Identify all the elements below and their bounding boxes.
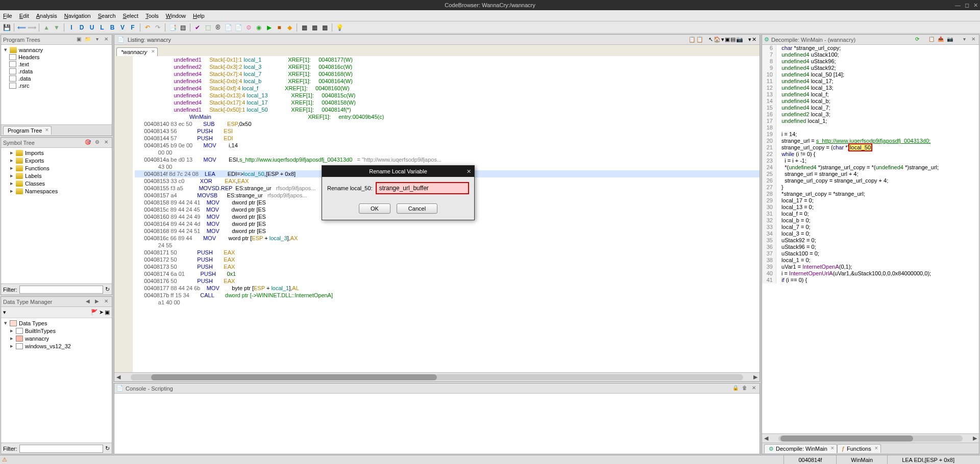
letter-d-icon[interactable]: D [77, 23, 86, 32]
group-icon[interactable]: ▤ [178, 23, 187, 32]
dropdown-icon[interactable]: ▾ [721, 36, 724, 43]
decompile-body[interactable]: 6 char *strange_url_copy;7 undefined4 uS… [762, 45, 979, 433]
play-icon[interactable]: ▶ [264, 23, 274, 32]
collapse-icon[interactable]: ▣ [75, 36, 82, 43]
folder-icon[interactable]: 📁 [84, 36, 91, 43]
goto-icon[interactable]: 🎯 [84, 139, 91, 146]
dropdown-icon[interactable]: ▾ [93, 36, 101, 43]
menu-edit[interactable]: Edit [19, 13, 29, 19]
listing-row[interactable]: 00408176 50 PUSH EAX [135, 277, 760, 285]
export-icon[interactable]: 📤 [937, 36, 944, 43]
decompile-line[interactable]: 21 strange_url_copy = (char *)local_50; [762, 144, 979, 151]
horizontal-scrollbar[interactable]: ◀ ▶ [114, 372, 760, 381]
decompile-line[interactable]: 32 local_b = 0; [762, 217, 979, 224]
fwd-icon[interactable]: ⟹ [27, 23, 36, 32]
decompile-line[interactable]: 36 uStack96 = 0; [762, 244, 979, 250]
cancel-button[interactable]: Cancel [397, 203, 437, 214]
snapshot-icon[interactable]: 📷 [946, 36, 953, 43]
tree-root[interactable]: ▾Data Types [2, 319, 111, 327]
close-icon[interactable]: ✕ [103, 36, 110, 43]
decompile-line[interactable]: 17 undefined local_1; [762, 118, 979, 124]
listing-row[interactable]: 0040816c 66 89 44 MOV word ptr [ESP + lo… [135, 235, 760, 242]
listing-row[interactable]: 00408168 89 44 24 51 MOV dword ptr [ES [135, 227, 760, 235]
decompile-line[interactable]: 30 local_13 = 0; [762, 204, 979, 211]
letter-v-icon[interactable]: V [118, 23, 127, 32]
clear-icon[interactable]: ↻ [105, 286, 110, 293]
filter-input[interactable] [19, 286, 104, 294]
decompile-line[interactable]: 23 i = i + -1; [762, 158, 979, 164]
menu-icon[interactable]: ▾ [748, 36, 751, 43]
register-icon[interactable]: ® [213, 23, 223, 32]
fwd-icon[interactable]: ▶ [93, 298, 101, 305]
decompile-line[interactable]: 14 undefined4 local_b; [762, 98, 979, 105]
decompile-line[interactable]: 13 undefined4 local_f; [762, 91, 979, 98]
listing-row[interactable]: 00 00 [135, 149, 760, 156]
copy-icon[interactable]: 📋 [689, 36, 696, 43]
decompile-line[interactable]: 41 if (i == 0) { [762, 277, 979, 283]
back-icon[interactable]: ⟸ [17, 23, 26, 32]
close-icon[interactable]: ✕ [752, 36, 756, 43]
decompile-line[interactable]: 16 undefined2 local_3; [762, 111, 979, 118]
menu-analysis[interactable]: Analysis [36, 13, 57, 19]
decompile-line[interactable]: 25 strange_url = strange_url + 4; [762, 171, 979, 177]
listing-row[interactable]: 00408173 50 PUSH EAX [135, 263, 760, 270]
tree-item[interactable]: .data [2, 75, 111, 82]
graph-icon[interactable]: ◉ [254, 23, 263, 32]
listing-row[interactable]: 00408172 50 PUSH EAX [135, 256, 760, 263]
decompile-line[interactable]: 22 while (i != 0) { [762, 151, 979, 158]
doc2-icon[interactable]: 📄 [234, 23, 243, 32]
decompile-line[interactable]: 40 i = InternetOpenUrlA(uVar1,&uStack100… [762, 270, 979, 277]
tree-item[interactable]: Headers [2, 54, 111, 61]
close-icon[interactable]: ✕ [874, 446, 878, 451]
letter-l-icon[interactable]: L [97, 23, 107, 32]
listing-row[interactable]: undefined4 Stack[-0x17]:4 local_17 XREF[… [135, 99, 760, 106]
warning-icon[interactable]: ⚠ [0, 456, 9, 463]
decompile-line[interactable]: 24 *(undefined4 *)strange_url_copy = *(u… [762, 164, 979, 171]
decompile-line[interactable]: 37 uStack100 = 0; [762, 250, 979, 257]
decompile-line[interactable]: 31 local_f = 0; [762, 211, 979, 217]
lock-icon[interactable]: 🔒 [732, 385, 739, 392]
decompile-line[interactable]: 27 } [762, 184, 979, 191]
table-icon[interactable]: ▦ [320, 23, 329, 32]
decompile-line[interactable]: 9 undefined4 uStack92; [762, 65, 979, 71]
decompile-line[interactable]: 26 strange_url_copy = strange_url_copy +… [762, 177, 979, 184]
menu-select[interactable]: Select [123, 13, 139, 19]
tree-root[interactable]: ▾wannacry [2, 46, 111, 54]
file-tab[interactable]: *wannacry✕ [116, 47, 158, 56]
back-icon[interactable]: ◀ [84, 298, 91, 305]
down-icon[interactable]: ▼ [52, 23, 61, 32]
close-icon[interactable]: ✕ [973, 2, 978, 9]
decompile-line[interactable]: 38 local_1 = 0; [762, 257, 979, 264]
arrow-icon[interactable]: ➤ [99, 309, 104, 316]
filter-input[interactable] [19, 445, 104, 453]
close-icon[interactable]: ✕ [467, 168, 471, 175]
collapse-icon[interactable]: ▣ [105, 309, 110, 316]
menu-navigation[interactable]: Navigation [64, 13, 91, 19]
tree-item[interactable]: ▸Namespaces [2, 187, 111, 195]
doc1-icon[interactable]: 📄 [224, 23, 233, 32]
menu-icon[interactable]: ▾ [961, 36, 968, 43]
tree-item[interactable]: ▸Classes [2, 179, 111, 187]
bulb-icon[interactable]: 💡 [335, 23, 344, 32]
listing-row[interactable]: undefined4 Stack[-0x13]:4 local_13 XREF[… [135, 92, 760, 99]
listing-row[interactable]: 00408177 88 44 24 6b MOV byte ptr [ESP +… [135, 285, 760, 292]
minimize-icon[interactable]: — [955, 2, 961, 9]
listing-row[interactable]: WinMain XREF[1]: entry:00409b45(c) [135, 113, 760, 120]
close-icon[interactable]: ✕ [970, 36, 977, 43]
close-icon[interactable]: ✕ [103, 298, 110, 305]
decompile-line[interactable]: 33 local_7 = 0; [762, 224, 979, 230]
tab-program-tree[interactable]: Program Tree✕ [3, 126, 52, 135]
close-icon[interactable]: ✕ [151, 49, 155, 54]
letter-u-icon[interactable]: U [87, 23, 96, 32]
tree-item[interactable]: ▸wannacry [2, 334, 111, 342]
gear-icon[interactable]: ⚙ [244, 23, 253, 32]
horizontal-scrollbar[interactable]: ◀▶ [762, 433, 979, 443]
listing-row[interactable]: 0040817b ff 15 34 CALL dword ptr [->WINI… [135, 292, 760, 299]
listing-row[interactable]: 00408171 50 PUSH EAX [135, 249, 760, 256]
diamond-icon[interactable]: ◆ [285, 23, 294, 32]
listing-row[interactable]: undefined1 Stack[-0x1]:1 local_1 XREF[1]… [135, 56, 760, 63]
decompile-line[interactable]: 8 undefined4 uStack96; [762, 58, 979, 65]
close-icon[interactable]: ✕ [750, 385, 757, 392]
ok-button[interactable]: OK [359, 203, 390, 214]
console-body[interactable] [114, 394, 760, 454]
